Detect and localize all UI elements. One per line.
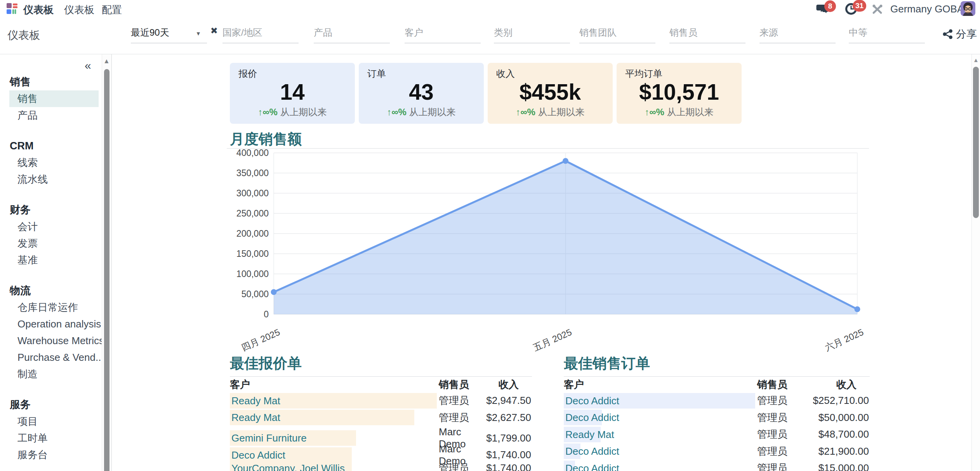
date-filter[interactable]: 最近90天 ▾ ✖ [131,26,207,43]
salesperson-cell: 管理员 [757,445,810,458]
share-button[interactable]: 分享 [943,27,977,41]
scroll-up-icon[interactable]: ▲ [103,57,110,65]
customer-link[interactable]: Ready Mat [230,393,439,409]
dashboards-app-icon[interactable] [6,3,18,14]
trend-up-icon: ↑ [516,107,520,117]
share-label: 分享 [956,27,977,41]
page-scrollbar[interactable]: ▲ [971,54,980,471]
kpi-trend: ↑∞% 从上期以来 [230,106,355,118]
filter-input[interactable]: 来源 [759,26,836,43]
customer-name: Deco Addict [564,412,619,423]
col-salesperson: 销售员 [439,378,482,391]
salesperson-cell: 管理员 [757,394,810,407]
filter-input[interactable]: 客户 [405,26,481,43]
sidebar-section-title: CRM [0,138,102,154]
sidebar-item[interactable]: 制造 [0,366,102,383]
revenue-cell: $1,740.00 [482,449,532,461]
customer-name: Deco Addict [564,445,619,457]
filter-placeholder: 中等 [849,27,867,38]
kpi-row: 报价14↑∞% 从上期以来订单43↑∞% 从上期以来收入$455k↑∞% 从上期… [230,63,742,124]
sidebar-item[interactable]: 发票 [0,235,102,252]
kpi-trend: ↑∞% 从上期以来 [617,106,742,118]
sidebar-scrollbar[interactable]: ▲ [102,54,112,471]
customer-link[interactable]: Deco Addict [564,410,757,425]
customer-link[interactable]: YourCompany, Joel Willis [230,461,439,471]
customer-name: Ready Mat [564,429,614,440]
customer-link[interactable]: Ready Mat [564,427,757,442]
svg-text:四月 2025: 四月 2025 [240,327,281,353]
filter-input[interactable]: 产品 [314,26,390,43]
top-navbar: 仪表板 仪表板 配置 8 31 Germany GOBAO [0,0,980,17]
app-name: 仪表板 [23,3,54,17]
sidebar-item[interactable]: 项目 [0,413,102,430]
page-scrollbar-thumb[interactable] [973,67,979,218]
sidebar-item[interactable]: 线索 [0,154,102,171]
table-row: Gemini FurnitureMarc Demo$1,799.00 [230,426,532,443]
menu-dashboards[interactable]: 仪表板 [64,3,94,17]
menu-configuration[interactable]: 配置 [102,3,122,17]
customer-link[interactable]: Deco Addict [564,443,757,459]
sidebar-item[interactable]: 流水线 [0,171,102,188]
salesperson-cell: 管理员 [757,461,810,471]
share-icon [943,29,953,39]
avatar[interactable] [961,1,975,16]
table-row: Deco Addict管理员$15,000.00 [564,460,870,471]
filter-input[interactable]: 销售员 [669,26,745,43]
svg-text:250,000: 250,000 [236,208,269,218]
control-panel: 仪表板 最近90天 ▾ ✖ 国家/地区产品客户类别销售团队销售员来源中等 分享 [0,17,980,54]
collapse-sidebar-icon[interactable]: « [85,59,91,72]
kpi-value: 14 [230,79,355,105]
sidebar-item[interactable]: 会计 [0,218,102,235]
kpi-card: 报价14↑∞% 从上期以来 [230,63,355,124]
col-revenue: 收入 [810,378,870,391]
revenue-cell: $48,700.00 [810,428,870,440]
trend-percent: ∞% [649,107,664,117]
user-menu[interactable]: Germany GOBAO [890,3,972,15]
svg-text:300,000: 300,000 [236,188,269,198]
table-row: Deco Addict管理员$50,000.00 [564,409,870,426]
sidebar-item[interactable]: 基准 [0,252,102,268]
customer-link[interactable]: Gemini Furniture [230,430,439,446]
trend-percent: ∞% [391,107,406,117]
customer-link[interactable]: Ready Mat [230,410,439,425]
dashboard-sidebar: « 销售销售产品CRM线索流水线财务会计发票基准物流仓库日常运作Operatio… [0,54,102,471]
kpi-label: 收入 [496,68,515,80]
tools-icon[interactable] [872,4,885,17]
sidebar-item[interactable]: Purchase & Vend... [0,349,102,366]
filter-input[interactable]: 国家/地区 [222,26,299,43]
scroll-up-icon[interactable]: ▲ [973,57,979,63]
customer-link[interactable]: Deco Addict [564,393,757,409]
chevron-down-icon[interactable]: ▾ [196,29,200,38]
sidebar-scrollbar-thumb[interactable] [104,69,109,471]
customer-name: Deco Addict [564,462,619,471]
svg-text:五月 2025: 五月 2025 [532,327,573,353]
kpi-label: 报价 [238,68,257,80]
sidebar-item[interactable]: 仓库日常运作 [0,299,102,316]
col-customer: 客户 [564,378,757,391]
trend-up-icon: ↑ [645,107,649,117]
table-header-row: 客户销售员收入 [564,377,870,392]
table-header-row: 客户销售员收入 [230,377,532,392]
messages-badge: 8 [824,0,836,12]
sidebar-item[interactable]: 服务台 [0,447,102,463]
filter-placeholder: 国家/地区 [222,27,262,38]
customer-link[interactable]: Deco Addict [564,461,757,471]
sidebar-item[interactable]: Warehouse Metrics [0,332,102,349]
date-filter-value: 最近90天 [131,27,169,38]
sidebar-section-title: 财务 [0,202,102,218]
kpi-label: 订单 [367,68,386,80]
clear-filter-icon[interactable]: ✖ [210,26,218,36]
table-row: Deco Addict管理员$21,900.00 [564,443,870,460]
filter-input[interactable]: 类别 [494,26,570,43]
kpi-value: 43 [359,79,484,105]
sidebar-item[interactable]: 产品 [0,107,102,124]
revenue-cell: $1,799.00 [482,432,532,444]
filter-input[interactable]: 销售团队 [579,26,655,43]
sidebar-item[interactable]: 工时单 [0,430,102,447]
sidebar-item[interactable]: Operation analysis [0,316,102,332]
salesperson-cell: 管理员 [439,461,482,471]
sidebar-item[interactable]: 销售 [9,90,99,107]
salesperson-cell: 管理员 [757,428,810,441]
filter-input[interactable]: 中等 [849,26,925,43]
activities-badge: 31 [853,0,866,12]
